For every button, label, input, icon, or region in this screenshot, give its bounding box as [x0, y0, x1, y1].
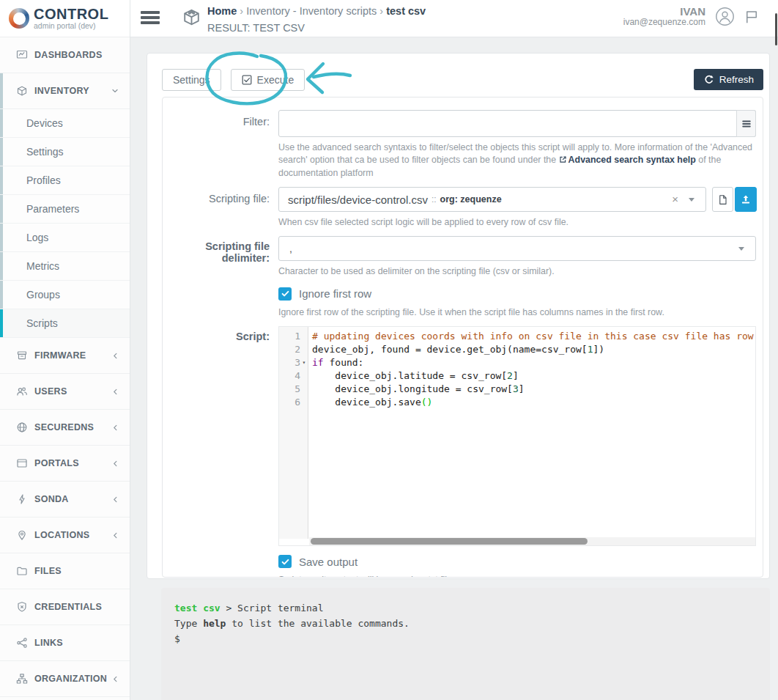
chevron-left-icon [111, 531, 119, 539]
sidebar-item-organization[interactable]: ORGANIZATION [0, 661, 130, 697]
sidebar-item-profiles[interactable]: Profiles [0, 166, 130, 195]
scripting-file-label: Scripting file: [163, 187, 270, 229]
sidebar-item-scripts[interactable]: Scripts [0, 309, 130, 338]
brand-subtitle: admin portal (dev) [34, 22, 108, 30]
sidebar: CONTROL admin portal (dev) DASHBOARDSINV… [0, 0, 130, 700]
chevron-down-icon [689, 198, 694, 202]
bolt-icon [16, 493, 28, 505]
upload-icon [740, 194, 752, 205]
shield-icon [16, 601, 28, 613]
delimiter-help: Character to be used as delimiter on the… [278, 265, 756, 278]
users-icon [16, 386, 28, 397]
sidebar-item-inventory[interactable]: INVENTORY [0, 73, 130, 109]
document-icon [717, 194, 728, 205]
code-line: if found: [312, 356, 755, 369]
user-menu[interactable]: IVAN ivan@zequenze.com [623, 5, 705, 28]
firmware-icon [16, 350, 28, 361]
brand-name: CONTROL [34, 7, 108, 21]
script-editor[interactable]: 123▾456 # updating devices coords with i… [278, 326, 756, 546]
save-output-help: Script results output will be saved on t… [278, 574, 763, 578]
terminal-line: test csv > Script terminal [174, 600, 757, 616]
chevron-left-icon [111, 352, 119, 360]
sidebar-item-settings[interactable]: Settings [0, 138, 130, 166]
chevron-down-icon [738, 247, 744, 251]
ignore-first-row-help: Ignore first row of the scripting file. … [278, 306, 763, 319]
filter-label: Filter: [163, 110, 270, 180]
editor-code[interactable]: # updating devices coords with info on c… [308, 327, 755, 539]
filter-input[interactable] [278, 110, 756, 137]
brand[interactable]: CONTROL admin portal (dev) [0, 0, 130, 37]
refresh-button[interactable]: Refresh [694, 69, 763, 90]
tab-bar: Settings Execute [162, 69, 305, 91]
editor-hscrollbar [309, 537, 755, 545]
flag-icon[interactable] [744, 10, 759, 24]
scripting-file-select[interactable]: script/files/device-control.csv :: org: … [278, 187, 706, 212]
sidebar-item-securedns[interactable]: SECUREDNS [0, 410, 130, 446]
sidebar-item-logs[interactable]: Logs [0, 224, 130, 252]
save-output-checkbox[interactable]: Save output [278, 555, 763, 568]
tab-execute[interactable]: Execute [231, 69, 305, 91]
sidebar-item-files[interactable]: FILES [0, 553, 130, 589]
editor-hscrollbar-thumb[interactable] [311, 538, 588, 545]
sidebar-item-credentials[interactable]: CREDENTIALS [0, 589, 130, 625]
topbar: Home › Inventory - Inventory scripts › t… [130, 0, 778, 37]
script-panel: Settings Execute [147, 53, 770, 579]
chevron-down-icon [111, 86, 119, 95]
menu-toggle-button[interactable] [141, 11, 160, 26]
chevron-left-icon [111, 460, 119, 468]
sidebar-item-sonda[interactable]: SONDA [0, 482, 130, 517]
script-form: Filter: Use the advanced search syntax [162, 97, 763, 578]
main-content: Settings Execute [130, 37, 778, 700]
sidebar-item-portals[interactable]: PORTALS [0, 446, 130, 482]
code-line: device_obj.longitude = csv_row[3] [312, 383, 755, 396]
clear-selection-icon[interactable]: × [672, 193, 678, 205]
chevron-left-icon [111, 424, 119, 432]
portals-icon [16, 457, 28, 469]
script-terminal[interactable]: test csv > Script terminalType help to l… [161, 588, 770, 700]
sidebar-item-devices[interactable]: Devices [0, 109, 130, 138]
refresh-icon [703, 74, 714, 85]
sidebar-item-users[interactable]: USERS [0, 374, 130, 410]
ignore-first-row-checkbox[interactable]: Ignore first row [278, 287, 763, 301]
sidebar-item-parameters[interactable]: Parameters [0, 195, 130, 224]
sidebar-item-locations[interactable]: LOCATIONS [0, 517, 130, 553]
brand-logo-icon [9, 8, 29, 29]
tab-settings[interactable]: Settings [162, 69, 221, 91]
share-icon [16, 637, 28, 649]
editor-gutter: 123▾456 [279, 327, 308, 539]
chevron-left-icon [111, 388, 119, 396]
sidebar-item-groups[interactable]: Groups [0, 281, 130, 309]
terminal-line: Type help to list the available commands… [174, 616, 757, 631]
checkbox-checked-icon [278, 555, 292, 568]
app-root: CONTROL admin portal (dev) DASHBOARDSINV… [0, 0, 778, 700]
delimiter-label: Scripting file delimiter: [163, 236, 270, 278]
filter-list-button[interactable] [736, 110, 756, 137]
delimiter-select[interactable]: , [278, 236, 756, 261]
sidebar-item-links[interactable]: LINKS [0, 625, 130, 661]
code-line: device_obj.latitude = csv_row[2] [312, 369, 755, 383]
breadcrumb-home[interactable]: Home [207, 5, 237, 17]
filter-help: Use the advanced search syntaxis to filt… [278, 141, 756, 180]
sidebar-item-dashboards[interactable]: DASHBOARDS [0, 37, 130, 73]
script-label: Script: [163, 326, 270, 546]
advanced-search-help-link[interactable]: Advanced search syntax help [559, 155, 696, 165]
file-upload-button[interactable] [735, 187, 757, 212]
checkbox-checked-icon [278, 287, 292, 301]
page-scrollbar[interactable] [775, 13, 777, 45]
sidebar-nav: DASHBOARDSINVENTORYDevicesSettingsProfil… [0, 37, 130, 697]
user-avatar-icon[interactable] [715, 7, 735, 26]
orgchart-icon [16, 673, 28, 685]
sidebar-item-firmware[interactable]: FIRMWARE [0, 338, 130, 374]
user-name: IVAN [623, 5, 705, 18]
code-line: device_obj, found = device.get_obj(name=… [312, 343, 755, 356]
breadcrumb-section: Inventory - Inventory scripts [246, 5, 377, 17]
sidebar-item-metrics[interactable]: Metrics [0, 252, 130, 281]
code-line: # updating devices coords with info on c… [312, 330, 755, 343]
file-browse-button[interactable] [712, 187, 733, 212]
folder-icon [16, 565, 28, 577]
code-line: device_obj.save() [312, 396, 755, 409]
external-link-icon [559, 155, 567, 163]
inventory-icon [16, 85, 28, 97]
check-square-icon [242, 75, 252, 85]
list-icon [741, 119, 752, 129]
